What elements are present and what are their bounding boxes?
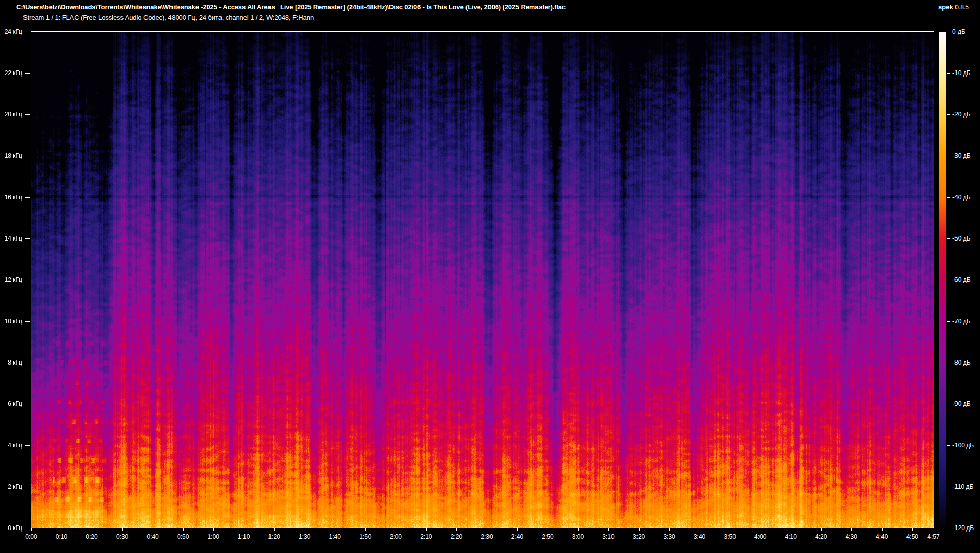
spek-app-window: { "header": { "file_path": "C:\\Users\\b…: [0, 0, 980, 553]
app-version: 0.8.5: [955, 4, 969, 11]
time-axis-tick: [335, 528, 335, 531]
db-axis-label: -40 дБ: [952, 194, 971, 201]
db-axis-label: -50 дБ: [952, 235, 971, 242]
db-axis-tick: [947, 487, 950, 487]
time-axis-tick: [669, 528, 670, 531]
time-axis-tick: [700, 528, 700, 531]
time-axis-label: 0:40: [140, 533, 165, 540]
db-axis-tick: [947, 32, 950, 32]
stream-info: Stream 1 / 1: FLAC (Free Lossless Audio …: [23, 14, 314, 21]
time-axis-tick: [851, 528, 852, 531]
time-axis-label: 4:40: [870, 533, 894, 540]
time-axis-label: 3:40: [688, 533, 712, 540]
db-axis-label: -120 дБ: [952, 524, 974, 532]
freq-axis-label: 6 кГц: [0, 400, 22, 407]
freq-axis-label: 12 кГц: [0, 276, 22, 283]
freq-axis-tick: [25, 114, 30, 115]
time-axis-label: 2:00: [383, 533, 408, 540]
time-axis-label: 0:10: [50, 533, 74, 540]
freq-axis-label: 22 кГц: [0, 69, 22, 77]
time-axis-tick: [912, 528, 913, 531]
time-axis-tick: [244, 528, 244, 531]
time-axis-label: 0:20: [80, 533, 104, 540]
time-axis-label: 4:30: [839, 533, 864, 540]
freq-axis-tick: [25, 321, 30, 322]
freq-axis-label: 10 кГц: [0, 318, 22, 325]
time-axis-tick: [365, 528, 366, 531]
time-axis-tick: [456, 528, 457, 531]
freq-axis-tick: [25, 32, 30, 32]
db-axis-label: -10 дБ: [952, 69, 971, 77]
freq-axis-tick: [25, 238, 30, 239]
db-axis-label: -80 дБ: [952, 359, 971, 366]
db-axis-tick: [947, 363, 950, 363]
time-axis-tick: [608, 528, 609, 531]
db-axis-tick: [947, 321, 950, 322]
time-axis-label: 3:50: [718, 533, 742, 540]
time-axis-tick: [882, 528, 883, 531]
freq-axis-tick: [25, 197, 30, 198]
db-axis-label: -30 дБ: [952, 152, 971, 159]
freq-axis-tick: [25, 487, 30, 487]
freq-axis-tick: [25, 363, 30, 363]
db-axis-tick: [947, 528, 950, 528]
time-axis-tick: [396, 528, 396, 531]
time-axis-tick: [183, 528, 184, 531]
freq-axis-label: 2 кГц: [0, 483, 22, 490]
time-axis-tick: [122, 528, 123, 531]
freq-axis-label: 16 кГц: [0, 194, 22, 201]
db-axis-label: -60 дБ: [952, 276, 971, 283]
time-axis-label: 1:40: [323, 533, 347, 540]
time-axis-label: 2:20: [444, 533, 469, 540]
db-axis-label: -110 дБ: [952, 483, 973, 490]
app-brand: spek 0.8.5: [938, 3, 969, 11]
time-axis-label: 0:00: [19, 533, 43, 540]
time-axis-label: 1:50: [353, 533, 378, 540]
time-axis-label: 1:10: [232, 533, 256, 540]
freq-axis-tick: [25, 280, 30, 280]
time-axis-label: 3:20: [627, 533, 651, 540]
freq-axis-tick: [25, 404, 30, 404]
db-axis-label: -20 дБ: [952, 111, 971, 118]
time-axis-label: 2:30: [475, 533, 499, 540]
time-axis-tick: [213, 528, 214, 531]
time-axis-tick: [274, 528, 275, 531]
db-axis-tick: [947, 404, 950, 404]
file-path-title: C:\Users\belzi\Downloads\Torrents\Whites…: [16, 3, 566, 11]
time-axis-tick: [761, 528, 761, 531]
db-axis-tick: [947, 197, 950, 198]
db-axis-label: -90 дБ: [952, 400, 971, 407]
freq-axis-label: 8 кГц: [0, 359, 22, 366]
db-axis-tick: [947, 280, 950, 280]
freq-axis-tick: [25, 528, 30, 528]
time-axis-tick: [62, 528, 62, 531]
db-axis-tick: [947, 114, 950, 115]
freq-axis-tick: [25, 156, 30, 156]
freq-axis-label: 4 кГц: [0, 442, 22, 449]
freq-axis-tick: [25, 445, 30, 446]
time-axis-label: 1:20: [262, 533, 286, 540]
time-axis-label: 4:00: [748, 533, 773, 540]
db-axis-tick: [947, 238, 950, 239]
time-axis-tick: [578, 528, 579, 531]
time-axis-tick: [821, 528, 822, 531]
time-axis-tick: [730, 528, 730, 531]
freq-axis-label: 14 кГц: [0, 235, 22, 242]
db-axis-tick: [947, 445, 950, 446]
freq-axis-label: 24 кГц: [0, 28, 22, 35]
time-axis-tick: [92, 528, 92, 531]
time-axis-label: 2:50: [535, 533, 560, 540]
time-axis-tick: [153, 528, 153, 531]
time-axis-tick: [639, 528, 640, 531]
time-axis-label: 2:10: [414, 533, 438, 540]
db-color-scale: [939, 32, 946, 528]
db-axis-tick: [947, 156, 950, 156]
time-axis-label: 1:30: [292, 533, 317, 540]
time-axis-label: 0:50: [171, 533, 195, 540]
time-axis-tick: [426, 528, 427, 531]
time-axis-tick: [934, 528, 934, 531]
freq-axis-tick: [25, 73, 30, 74]
freq-axis-label: 18 кГц: [0, 152, 22, 159]
time-axis-label: 0:30: [110, 533, 135, 540]
time-axis-tick: [548, 528, 548, 531]
